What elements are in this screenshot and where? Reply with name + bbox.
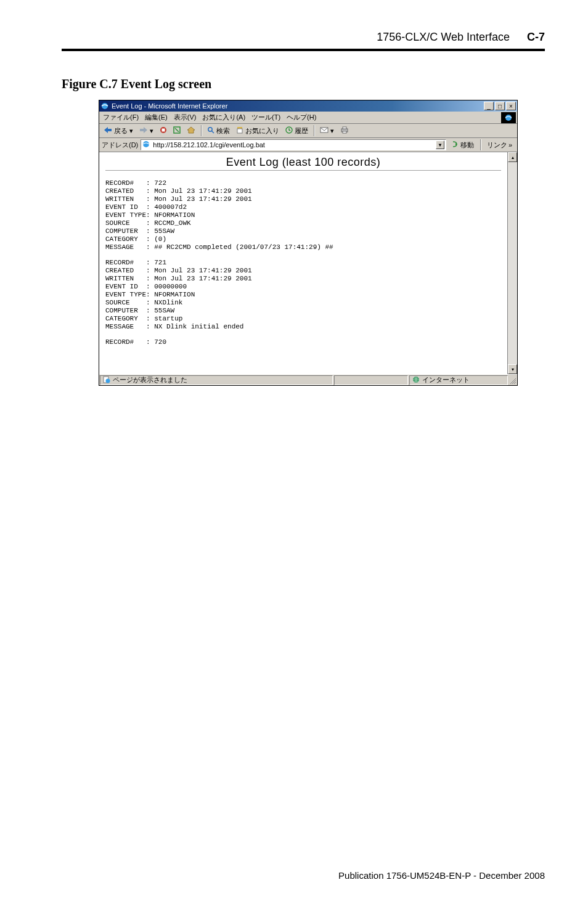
mail-icon — [320, 126, 329, 135]
back-button[interactable]: 戻る ▾ — [102, 126, 135, 136]
toolbar-separator — [201, 125, 202, 136]
menu-favorites[interactable]: お気に入り(A) — [202, 113, 245, 122]
menubar: ファイル(F) 編集(E) 表示(V) お気に入り(A) ツール(T) ヘルプ(… — [99, 112, 517, 124]
status-mid — [334, 375, 408, 385]
ie-window: Event Log - Microsoft Internet Explorer … — [99, 100, 518, 386]
home-button[interactable] — [185, 126, 197, 136]
search-button[interactable]: 検索 — [205, 126, 232, 136]
favorites-button[interactable]: お気に入り — [234, 126, 281, 136]
links-button[interactable]: リンク » — [484, 141, 515, 150]
ie-logo-icon — [100, 102, 109, 110]
go-button[interactable]: 移動 — [449, 141, 476, 150]
history-icon — [285, 126, 293, 135]
close-button[interactable]: × — [506, 102, 516, 110]
page-content: Event Log (least 100 records) RECORD# : … — [99, 152, 507, 374]
internet-zone-icon — [412, 376, 420, 385]
dropdown-icon: ▾ — [150, 127, 153, 135]
toolbar: 戻る ▾ ▾ 検索 お気に入り — [99, 124, 517, 138]
event-record: RECORD# : 720 — [105, 338, 501, 346]
stop-button[interactable] — [158, 126, 169, 136]
page-icon — [142, 141, 151, 149]
page-header-crumb: 1756-CLX/C Web Interface — [377, 31, 510, 44]
print-icon — [340, 126, 349, 135]
address-url: http://158.212.102.1/cgi/eventLog.bat — [153, 141, 436, 149]
menu-help[interactable]: ヘルプ(H) — [287, 113, 316, 122]
status-zone: インターネット — [409, 375, 508, 385]
svg-point-16 — [106, 378, 110, 383]
figure-caption: Figure C.7 Event Log screen — [62, 77, 545, 91]
menu-view[interactable]: 表示(V) — [174, 113, 197, 122]
scroll-up-button[interactable]: ▴ — [508, 152, 517, 162]
address-label: アドレス(D) — [102, 141, 138, 150]
svg-line-7 — [212, 131, 214, 134]
favorites-icon — [236, 126, 243, 135]
stop-icon — [160, 126, 167, 135]
svg-line-19 — [512, 380, 516, 384]
svg-point-6 — [208, 128, 212, 131]
refresh-button[interactable] — [171, 126, 182, 136]
window-title: Event Log - Microsoft Internet Explorer — [112, 102, 484, 110]
dropdown-icon: ▾ — [330, 127, 334, 135]
home-icon — [187, 126, 195, 135]
content-heading: Event Log (least 100 records) — [105, 158, 501, 166]
status-left: ページが表示されました — [100, 375, 333, 385]
mail-button[interactable]: ▾ — [318, 126, 336, 136]
statusbar: ページが表示されました インターネット — [99, 374, 517, 385]
header-rule — [62, 49, 545, 51]
content-area: Event Log (least 100 records) RECORD# : … — [99, 152, 517, 374]
history-button[interactable]: 履歴 — [284, 126, 310, 136]
toolbar-separator — [480, 139, 481, 150]
print-button[interactable] — [338, 126, 351, 136]
menu-file[interactable]: ファイル(F) — [103, 113, 139, 122]
svg-rect-8 — [237, 129, 242, 133]
ie-brand-throbber-icon — [501, 112, 516, 123]
minimize-button[interactable]: _ — [484, 102, 494, 110]
svg-rect-4 — [162, 129, 165, 132]
page-footer: Publication 1756-UM524B-EN-P - December … — [338, 870, 545, 881]
forward-arrow-icon — [139, 126, 148, 135]
menu-tools[interactable]: ツール(T) — [251, 113, 280, 122]
svg-line-20 — [514, 382, 516, 384]
svg-rect-13 — [343, 131, 346, 133]
page-number: C-7 — [527, 31, 545, 44]
menu-edit[interactable]: 編集(E) — [145, 113, 168, 122]
forward-button[interactable]: ▾ — [137, 126, 155, 136]
maximize-button[interactable]: □ — [495, 102, 505, 110]
go-icon — [451, 141, 459, 149]
address-input[interactable]: http://158.212.102.1/cgi/eventLog.bat ▼ — [141, 139, 446, 150]
event-record: RECORD# : 722 CREATED : Mon Jul 23 17:41… — [105, 179, 501, 251]
event-record: RECORD# : 721 CREATED : Mon Jul 23 17:41… — [105, 259, 501, 331]
svg-point-0 — [102, 103, 108, 109]
address-bar: アドレス(D) http://158.212.102.1/cgi/eventLo… — [99, 138, 517, 152]
svg-rect-12 — [343, 127, 346, 129]
resize-grip-icon[interactable] — [508, 375, 517, 385]
svg-point-2 — [505, 115, 512, 121]
content-divider — [105, 170, 501, 171]
toolbar-separator — [314, 125, 314, 136]
vertical-scrollbar[interactable]: ▴ ▾ — [507, 152, 517, 374]
dropdown-icon: ▾ — [129, 127, 133, 135]
page-header: 1756-CLX/C Web Interface C-7 — [62, 31, 545, 44]
search-icon — [207, 126, 214, 135]
back-arrow-icon — [104, 126, 112, 135]
svg-point-14 — [143, 141, 149, 147]
address-dropdown-icon[interactable]: ▼ — [436, 141, 444, 149]
chevron-right-icon: » — [508, 141, 512, 149]
titlebar: Event Log - Microsoft Internet Explorer … — [99, 100, 517, 112]
page-done-icon — [103, 376, 110, 385]
window-system-buttons: _ □ × — [484, 102, 516, 110]
scroll-down-button[interactable]: ▾ — [508, 364, 517, 374]
refresh-icon — [173, 126, 181, 135]
scroll-track[interactable] — [508, 162, 517, 364]
